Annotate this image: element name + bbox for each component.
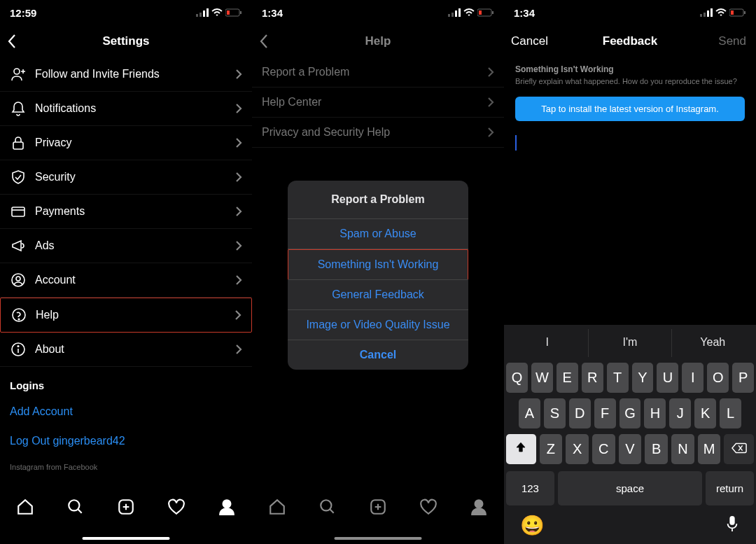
key-return[interactable]: return <box>706 471 754 505</box>
row-privacy[interactable]: Privacy <box>0 126 252 160</box>
home-indicator <box>335 537 422 540</box>
key-row-2: A S D F G H J K L <box>506 398 754 428</box>
key-delete[interactable] <box>724 434 754 464</box>
update-banner[interactable]: Tap to install the latest version of Ins… <box>515 97 745 121</box>
key-b[interactable]: B <box>645 434 668 464</box>
key-v[interactable]: V <box>619 434 642 464</box>
status-icons <box>700 8 746 17</box>
row-label: Report a Problem <box>262 66 487 78</box>
sheet-spam[interactable]: Spam or Abuse <box>288 219 468 249</box>
tab-new-post[interactable] <box>117 498 135 519</box>
key-space[interactable]: space <box>558 471 702 505</box>
nav-title: Help <box>252 34 504 48</box>
chevron-right-icon <box>235 172 242 183</box>
status-bar: 1:34 <box>252 0 504 25</box>
row-label: Help <box>36 309 234 321</box>
tab-bar <box>0 489 252 544</box>
key-x[interactable]: X <box>566 434 589 464</box>
suggestion[interactable]: I <box>506 329 589 357</box>
row-account[interactable]: Account <box>0 263 252 298</box>
tab-bar <box>252 489 504 544</box>
tab-profile[interactable] <box>470 498 488 519</box>
sheet-title: Report a Problem <box>288 181 468 219</box>
key-r[interactable]: R <box>582 363 603 393</box>
key-a[interactable]: A <box>519 398 540 428</box>
key-u[interactable]: U <box>657 363 678 393</box>
tab-activity[interactable] <box>419 498 438 519</box>
tab-new-post[interactable] <box>369 498 387 519</box>
suggestion-row: I I'm Yeah <box>506 329 754 357</box>
key-o[interactable]: O <box>707 363 729 393</box>
tab-profile[interactable] <box>218 498 236 519</box>
row-payments[interactable]: Payments <box>0 195 252 229</box>
key-g[interactable]: G <box>620 398 641 428</box>
key-d[interactable]: D <box>569 398 591 428</box>
svg-point-11 <box>16 277 20 281</box>
key-h[interactable]: H <box>644 398 666 428</box>
key-q[interactable]: Q <box>506 363 528 393</box>
megaphone-icon <box>10 237 27 254</box>
key-n[interactable]: N <box>671 434 694 464</box>
row-notifications[interactable]: Notifications <box>0 92 252 126</box>
key-i[interactable]: I <box>682 363 704 393</box>
key-e[interactable]: E <box>556 363 578 393</box>
key-c[interactable]: C <box>592 434 615 464</box>
svg-point-15 <box>18 346 19 347</box>
log-out-link[interactable]: Log Out gingerbeard42 <box>0 426 252 456</box>
status-time: 1:34 <box>514 7 535 19</box>
row-label: Account <box>35 274 235 286</box>
key-shift[interactable] <box>506 434 536 464</box>
key-z[interactable]: Z <box>540 434 563 464</box>
key-y[interactable]: Y <box>632 363 654 393</box>
row-label: Security <box>35 171 235 183</box>
feedback-hint-title: Something Isn't Working <box>504 57 756 76</box>
tab-search[interactable] <box>66 498 85 519</box>
info-icon <box>10 341 27 358</box>
chevron-right-icon <box>487 127 494 138</box>
key-m[interactable]: M <box>698 434 721 464</box>
key-j[interactable]: J <box>669 398 691 428</box>
key-f[interactable]: F <box>594 398 616 428</box>
send-button[interactable]: Send <box>718 34 746 48</box>
row-security[interactable]: Security <box>0 160 252 195</box>
key-s[interactable]: S <box>544 398 566 428</box>
status-bar: 12:59 <box>0 0 252 25</box>
row-report-problem[interactable]: Report a Problem <box>252 57 504 88</box>
emoji-button[interactable]: 😀 <box>520 514 545 537</box>
tab-search[interactable] <box>318 498 337 519</box>
lock-icon <box>10 134 27 151</box>
card-icon <box>10 203 27 220</box>
row-about[interactable]: About <box>0 333 252 367</box>
tab-home[interactable] <box>16 498 34 519</box>
chevron-right-icon <box>235 206 242 217</box>
status-bar: 1:34 <box>504 0 756 25</box>
action-sheet: Report a Problem Spam or Abuse Something… <box>288 181 468 370</box>
row-privacy-help[interactable]: Privacy and Security Help <box>252 118 504 148</box>
status-icons <box>196 8 242 17</box>
tab-home[interactable] <box>268 498 286 519</box>
row-help[interactable]: Help <box>0 298 252 333</box>
add-account-link[interactable]: Add Account <box>0 397 252 426</box>
row-ads[interactable]: Ads <box>0 229 252 263</box>
tab-activity[interactable] <box>167 498 186 519</box>
key-p[interactable]: P <box>732 363 754 393</box>
key-k[interactable]: K <box>694 398 716 428</box>
key-l[interactable]: L <box>720 398 741 428</box>
key-numbers[interactable]: 123 <box>506 471 554 505</box>
sheet-not-working[interactable]: Something Isn't Working <box>288 249 468 280</box>
sheet-cancel[interactable]: Cancel <box>288 340 468 370</box>
sheet-feedback[interactable]: General Feedback <box>288 280 468 310</box>
row-invite-friends[interactable]: Follow and Invite Friends <box>0 57 252 92</box>
sheet-quality[interactable]: Image or Video Quality Issue <box>288 310 468 340</box>
dictation-button[interactable] <box>724 514 740 537</box>
home-indicator <box>83 537 170 540</box>
keyboard-toolbar: 😀 <box>506 505 754 540</box>
suggestion[interactable]: Yeah <box>672 329 754 357</box>
key-w[interactable]: W <box>531 363 553 393</box>
key-t[interactable]: T <box>607 363 629 393</box>
svg-rect-34 <box>731 11 734 15</box>
text-cursor[interactable] <box>515 135 517 151</box>
row-help-center[interactable]: Help Center <box>252 88 504 118</box>
suggestion[interactable]: I'm <box>589 329 671 357</box>
help-icon <box>10 307 27 323</box>
